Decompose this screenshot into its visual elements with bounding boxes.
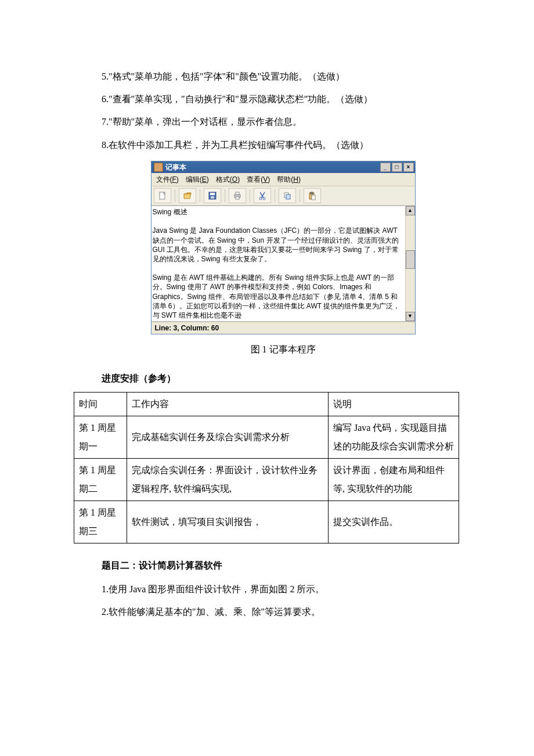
table-row: 第 1 周星期三 软件测试，填写项目实训报告， 提交实训作品。 (74, 501, 459, 543)
new-file-icon[interactable] (154, 188, 171, 203)
text-paragraph-2: Swing 是在 AWT 组件基础上构建的。所有 Swing 组件实际上也是 A… (153, 273, 400, 319)
text-paragraph-1: Java Swing 是 Java Foundation Classes（JFC… (153, 226, 400, 263)
cut-icon[interactable] (254, 188, 271, 203)
notepad-window: 记事本 _ □ × 文件(F) 编辑(E) 格式(O) 查看(V) 帮助(H) (151, 161, 416, 335)
scroll-down-icon[interactable]: ▼ (406, 312, 415, 321)
print-icon[interactable] (229, 188, 246, 203)
cell-work: 完成基础实训任务及综合实训需求分析 (127, 416, 329, 458)
window-title: 记事本 (165, 163, 186, 172)
text-area[interactable]: Swing 概述 Java Swing 是 Java Foundation Cl… (151, 206, 405, 321)
cell-time: 第 1 周星期一 (74, 416, 127, 458)
close-button[interactable]: × (403, 163, 414, 172)
svg-rect-14 (311, 192, 313, 194)
scrollbar[interactable]: ▲ ▼ (405, 206, 415, 321)
minimize-button[interactable]: _ (380, 163, 391, 172)
app-icon (154, 163, 163, 172)
topic-2-requirement-2: 2.软件能够满足基本的"加、减、乘、除"等运算要求。 (102, 602, 464, 622)
requirement-7: 7."帮助"菜单，弹出一个对话框，显示作者信息。 (102, 111, 464, 132)
schedule-table: 时间 工作内容 说明 第 1 周星期一 完成基础实训任务及综合实训需求分析 编写… (74, 392, 459, 543)
th-time: 时间 (74, 392, 127, 416)
menu-edit[interactable]: 编辑(E) (186, 175, 209, 184)
open-file-icon[interactable] (179, 188, 196, 203)
status-bar: Line: 3, Column: 60 (151, 322, 415, 334)
menu-view[interactable]: 查看(V) (247, 175, 270, 184)
th-note: 说明 (329, 392, 459, 416)
maximize-button[interactable]: □ (392, 163, 402, 172)
cell-note: 设计界面，创建布局和组件等, 实现软件的功能 (329, 458, 459, 501)
svg-rect-12 (286, 195, 290, 199)
requirement-6: 6."查看"菜单实现，"自动换行"和"显示隐藏状态栏"功能。（选做） (102, 89, 464, 109)
figure-1-caption: 图 1 记事本程序 (102, 339, 464, 359)
schedule-heading: 进度安排（参考） (102, 368, 464, 388)
svg-rect-5 (236, 192, 239, 195)
table-header-row: 时间 工作内容 说明 (74, 392, 459, 416)
paste-icon[interactable] (304, 188, 321, 203)
cell-time: 第 1 周星期二 (74, 458, 127, 501)
cell-note: 编写 Java 代码，实现题目描述的功能及综合实训需求分析 (329, 416, 459, 458)
svg-point-9 (259, 197, 262, 200)
menu-help[interactable]: 帮助(H) (277, 175, 301, 184)
svg-point-10 (263, 197, 265, 200)
requirement-8: 8.在软件中添加工具栏，并为工具栏按钮编写事件代码。（选做） (102, 135, 464, 155)
topic-2-requirement-1: 1.使用 Java 图形界面组件设计软件，界面如图 2 所示。 (102, 579, 464, 599)
svg-rect-2 (210, 193, 215, 195)
scroll-thumb[interactable] (406, 250, 415, 269)
menu-file[interactable]: 文件(F) (156, 175, 179, 184)
menu-format[interactable]: 格式(O) (216, 175, 240, 184)
th-work: 工作内容 (127, 392, 329, 416)
svg-rect-6 (236, 197, 239, 199)
copy-icon[interactable] (279, 188, 296, 203)
text-heading: Swing 概述 (153, 208, 187, 216)
save-icon[interactable] (204, 188, 221, 203)
topic-2-heading: 题目二：设计简易计算器软件 (102, 555, 464, 575)
menu-bar: 文件(F) 编辑(E) 格式(O) 查看(V) 帮助(H) (151, 173, 415, 186)
svg-rect-15 (312, 195, 315, 200)
cell-work: 完成综合实训任务：界面设计，设计软件业务逻辑程序, 软件编码实现, (127, 458, 329, 501)
table-row: 第 1 周星期一 完成基础实训任务及综合实训需求分析 编写 Java 代码，实现… (74, 416, 459, 458)
cell-note: 提交实训作品。 (329, 501, 459, 543)
scroll-up-icon[interactable]: ▲ (406, 206, 415, 215)
table-row: 第 1 周星期二 完成综合实训任务：界面设计，设计软件业务逻辑程序, 软件编码实… (74, 458, 459, 501)
svg-rect-3 (211, 196, 214, 199)
notepad-titlebar[interactable]: 记事本 _ □ × (151, 161, 415, 173)
cell-time: 第 1 周星期三 (74, 501, 127, 543)
cell-work: 软件测试，填写项目实训报告， (127, 501, 329, 543)
toolbar (151, 186, 415, 206)
requirement-5: 5."格式"菜单功能，包括"字体"和"颜色"设置功能。（选做） (102, 66, 464, 87)
